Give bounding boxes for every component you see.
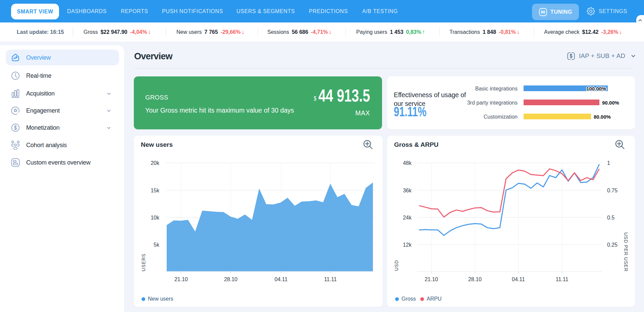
svg-text:11.11: 11.11 (556, 276, 569, 282)
svg-text:21.10: 21.10 (425, 276, 438, 282)
svg-text:28.10: 28.10 (468, 276, 482, 282)
svg-text:04.11: 04.11 (512, 276, 525, 282)
svg-text:10k: 10k (151, 215, 160, 221)
svg-text:1: 1 (607, 160, 610, 166)
svg-text:12k: 12k (403, 242, 412, 248)
svg-text:28.10: 28.10 (224, 276, 237, 282)
svg-text:20k: 20k (151, 160, 160, 166)
svg-text:48k: 48k (403, 160, 412, 166)
svg-text:USD PER USER: USD PER USER (623, 232, 629, 271)
svg-text:36k: 36k (403, 188, 412, 193)
svg-text:0.5: 0.5 (607, 215, 614, 221)
svg-text:15k: 15k (151, 188, 160, 193)
svg-text:04.11: 04.11 (275, 276, 288, 282)
svg-text:0.75: 0.75 (607, 188, 618, 193)
svg-text:USERS: USERS (141, 253, 146, 271)
svg-text:24k: 24k (403, 215, 412, 221)
svg-text:21.10: 21.10 (174, 276, 188, 282)
svg-text:USD: USD (394, 260, 399, 271)
svg-text:5k: 5k (154, 242, 160, 248)
svg-text:11.11: 11.11 (324, 276, 337, 282)
svg-text:0.25: 0.25 (607, 242, 618, 248)
